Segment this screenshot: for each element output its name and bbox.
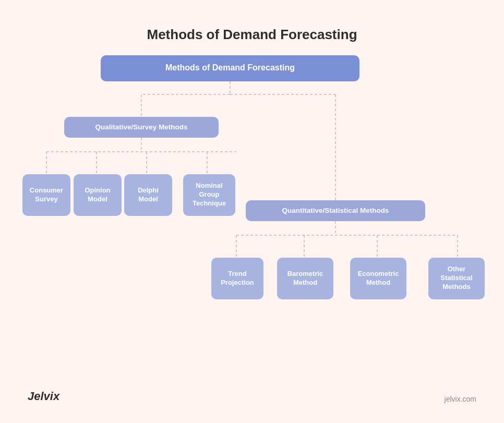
qualitative-node: Qualitative/Survey Methods <box>64 117 219 138</box>
delphi-model-node: Delphi Model <box>124 174 172 216</box>
connectors-svg <box>12 55 492 413</box>
page-title: Methods of Demand Forecasting <box>147 27 357 43</box>
nominal-group-node: Nominal Group Technique <box>183 174 235 216</box>
opinion-model-node: Opinion Model <box>74 174 122 216</box>
quantitative-node: Quantitative/Statistical Methods <box>246 200 425 221</box>
barometric-method-node: Barometric Method <box>277 258 333 299</box>
trend-projection-node: Trend Projection <box>211 258 263 299</box>
root-node: Methods of Demand Forecasting <box>101 55 359 81</box>
logo-right: jelvix.com <box>445 395 476 403</box>
other-statistical-node: Other Statistical Methods <box>428 258 485 299</box>
logo-left: Jelvix <box>28 390 59 403</box>
econometric-method-node: Econometric Method <box>350 258 406 299</box>
consumer-survey-node: Consumer Survey <box>22 174 70 216</box>
diagram: Methods of Demand Forecasting Qualitativ… <box>12 55 492 413</box>
page: Methods of Demand Forecasting <box>12 11 492 413</box>
